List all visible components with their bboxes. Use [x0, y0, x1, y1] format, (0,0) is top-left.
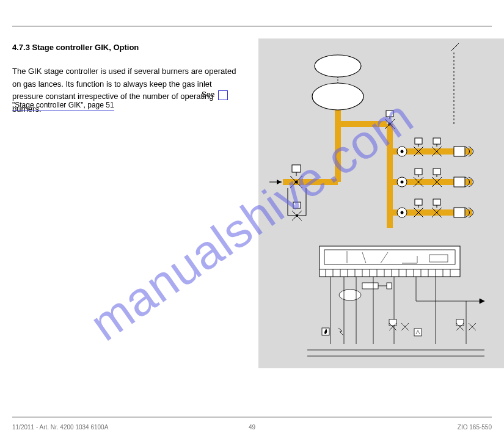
svg-marker-7	[277, 180, 282, 184]
svg-rect-76	[456, 319, 464, 326]
section-heading: 4.7.3 Stage controller GIK, Option	[12, 42, 244, 54]
svg-point-60	[339, 289, 361, 300]
svg-rect-22	[415, 169, 422, 175]
page: 4.7.3 Stage controller GIK, Option The G…	[12, 0, 492, 444]
svg-point-28	[401, 211, 404, 214]
svg-rect-12	[293, 202, 301, 208]
svg-marker-68	[480, 299, 484, 304]
diagram-panel	[258, 38, 504, 368]
footer-right: ZIO 165-550	[458, 424, 492, 431]
see-label: See	[202, 90, 214, 99]
svg-rect-31	[433, 199, 440, 205]
svg-point-4	[389, 123, 392, 126]
svg-point-8	[295, 181, 298, 184]
svg-point-1	[312, 83, 363, 110]
svg-rect-19	[454, 147, 465, 156]
divider-bottom	[12, 417, 492, 418]
svg-point-0	[315, 55, 361, 77]
svg-rect-35	[324, 250, 455, 264]
svg-point-14	[401, 150, 404, 153]
svg-rect-33	[454, 208, 465, 217]
svg-point-21	[401, 181, 404, 184]
svg-rect-59	[387, 283, 392, 289]
page-number: 49	[12, 424, 492, 431]
svg-rect-57	[362, 283, 378, 289]
reference-link-text: "Stage controller GIK", page 51	[12, 101, 114, 109]
piping-diagram	[258, 38, 504, 234]
reference-link[interactable]: "Stage controller GIK", page 51	[12, 101, 114, 111]
svg-rect-26	[454, 177, 465, 187]
svg-rect-17	[433, 138, 440, 144]
svg-rect-29	[415, 199, 422, 205]
svg-rect-74	[389, 319, 396, 326]
svg-rect-9	[292, 165, 301, 172]
divider-top	[12, 26, 492, 27]
svg-rect-5	[386, 111, 393, 117]
wiring-diagram	[258, 240, 504, 374]
svg-rect-15	[415, 138, 422, 144]
svg-rect-24	[433, 169, 440, 175]
reference-box-icon	[218, 90, 228, 100]
svg-rect-75	[414, 329, 422, 336]
svg-point-11	[296, 214, 298, 217]
